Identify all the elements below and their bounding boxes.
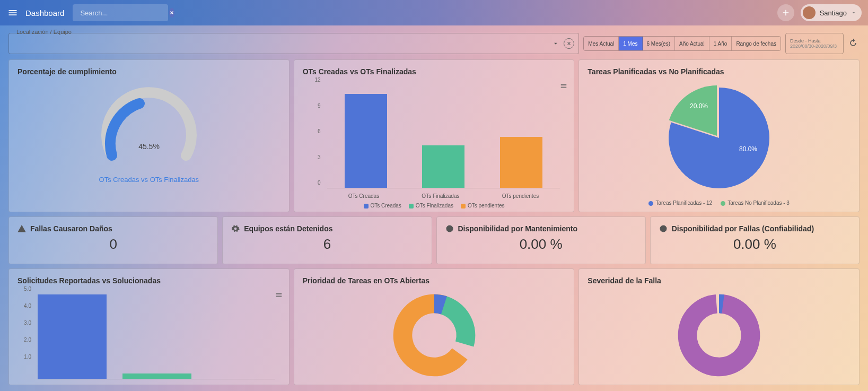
search-field[interactable]	[73, 4, 168, 21]
xlabel: OTs Creadas	[348, 193, 379, 199]
range-btn-1[interactable]: 1 Mes	[619, 37, 642, 50]
info-icon	[659, 224, 668, 233]
card-title: Solicitudes Reportadas vs Solucionadas	[17, 276, 280, 285]
ytick: 3	[318, 154, 321, 160]
card-title: OTs Creadas vs OTs Finalizadas	[303, 67, 566, 76]
stat-title: Disponibilidad por Mantenimiento	[458, 224, 578, 233]
stat-value: 0.00 %	[445, 236, 637, 253]
bar	[122, 373, 191, 379]
card-title: Severidad de la Falla	[588, 276, 851, 285]
warning-icon	[17, 224, 26, 233]
user-menu[interactable]: Santiago	[801, 4, 862, 21]
ytick: 3.0	[24, 320, 31, 326]
range-btn-3[interactable]: Año Actual	[675, 37, 709, 50]
range-btn-4[interactable]: 1 Año	[709, 37, 732, 50]
ytick: 6	[318, 128, 321, 134]
bar	[422, 145, 464, 188]
ytick: 2.0	[24, 337, 31, 343]
stat-title: Fallas Causaron Daños	[30, 224, 112, 233]
card-title: Porcentaje de cumplimiento	[17, 67, 280, 76]
bar	[38, 294, 107, 379]
location-label: Localización / Equipo	[14, 29, 74, 35]
card-compliance: Porcentaje de cumplimiento 45.5% OTs Cre…	[8, 59, 290, 212]
ytick: 4.0	[24, 303, 31, 309]
xlabel: OTs Finalizadas	[422, 193, 459, 199]
ytick: 0	[318, 180, 321, 186]
menu-button[interactable]	[6, 6, 19, 19]
range-btn-2[interactable]: 6 Mes(es)	[643, 37, 675, 50]
bar	[500, 137, 542, 188]
dropdown-icon	[552, 40, 559, 47]
ots-bar-chart: 036912	[322, 85, 566, 188]
card-disp-fallas: Disponibilidad por Fallas (Confiabilidad…	[650, 216, 860, 264]
ytick: 9	[318, 102, 321, 108]
range-btn-0[interactable]: Mes Actual	[584, 37, 619, 50]
ytick: 12	[315, 77, 321, 83]
card-ots-bar: OTs Creadas vs OTs Finalizadas 036912 OT…	[294, 59, 575, 212]
solicitudes-bar-chart: 1.02.03.04.05.0	[32, 294, 280, 379]
card-title: Prioridad de Tareas en OTs Abiertas	[303, 276, 566, 285]
legend-item: OTs Creadas	[364, 203, 401, 208]
add-button[interactable]	[777, 4, 794, 21]
gauge-legend: OTs Creadas vs OTs Finalizadas	[99, 176, 199, 184]
clear-location-button[interactable]	[564, 38, 574, 49]
card-title: Tareas Planificadas vs No Planificadas	[588, 67, 851, 76]
ytick: 5.0	[24, 286, 31, 292]
card-tasks-pie: Tareas Planificadas vs No Planificadas 8…	[578, 59, 860, 212]
date-range-field[interactable]: Desde - Hasta 2020/08/30-2020/09/3	[785, 33, 844, 54]
card-solicitudes: Solicitudes Reportadas vs Solucionadas 1…	[8, 268, 290, 385]
xlabel: OTs pendientes	[502, 193, 539, 199]
severidad-donut	[666, 290, 772, 380]
tasks-pie-chart: 80.0% 20.0%	[663, 82, 775, 194]
svg-text:20.0%: 20.0%	[690, 102, 708, 110]
legend-item: OTs pendientes	[461, 203, 505, 208]
clear-search-button[interactable]	[169, 8, 174, 18]
card-severidad: Severidad de la Falla	[578, 268, 860, 385]
prioridad-donut	[381, 290, 487, 380]
legend-item: Tareas Planificadas - 12	[648, 200, 712, 206]
user-name: Santiago	[820, 9, 847, 17]
ytick: 1.0	[24, 354, 31, 360]
svg-text:80.0%: 80.0%	[739, 145, 757, 153]
search-input[interactable]	[80, 9, 169, 17]
avatar	[803, 6, 816, 19]
refresh-button[interactable]	[848, 38, 860, 49]
location-filter[interactable]: Localización / Equipo	[8, 33, 579, 54]
date-range-buttons: Mes Actual1 Mes6 Mes(es)Año Actual1 AñoR…	[583, 36, 781, 51]
stat-title: Equipos están Detenidos	[244, 224, 332, 233]
card-fallas: Fallas Causaron Daños 0	[8, 216, 218, 264]
app-title: Dashboard	[25, 8, 64, 18]
date-range-label: Desde - Hasta	[790, 38, 839, 44]
stat-value: 6	[231, 236, 423, 253]
legend-item: Tareas No Planificadas - 3	[721, 200, 790, 206]
bar	[345, 94, 387, 188]
info-icon	[445, 224, 454, 233]
card-detenidos: Equipos están Detenidos 6	[222, 216, 432, 264]
stat-value: 0	[17, 236, 209, 253]
stat-value: 0.00 %	[659, 236, 851, 253]
chevron-down-icon	[851, 10, 856, 15]
svg-text:45.5%: 45.5%	[138, 142, 160, 151]
stat-title: Disponibilidad por Fallas (Confiabilidad…	[672, 224, 814, 233]
date-range-value: 2020/08/30-2020/09/3	[790, 44, 839, 49]
compliance-gauge: 45.5%	[96, 86, 202, 166]
card-disp-mant: Disponibilidad por Mantenimiento 0.00 %	[436, 216, 646, 264]
gear-icon	[231, 224, 240, 233]
range-btn-5[interactable]: Rango de fechas	[732, 37, 781, 50]
legend-item: OTs Finalizadas	[409, 203, 453, 208]
card-prioridad: Prioridad de Tareas en OTs Abiertas	[294, 268, 575, 385]
